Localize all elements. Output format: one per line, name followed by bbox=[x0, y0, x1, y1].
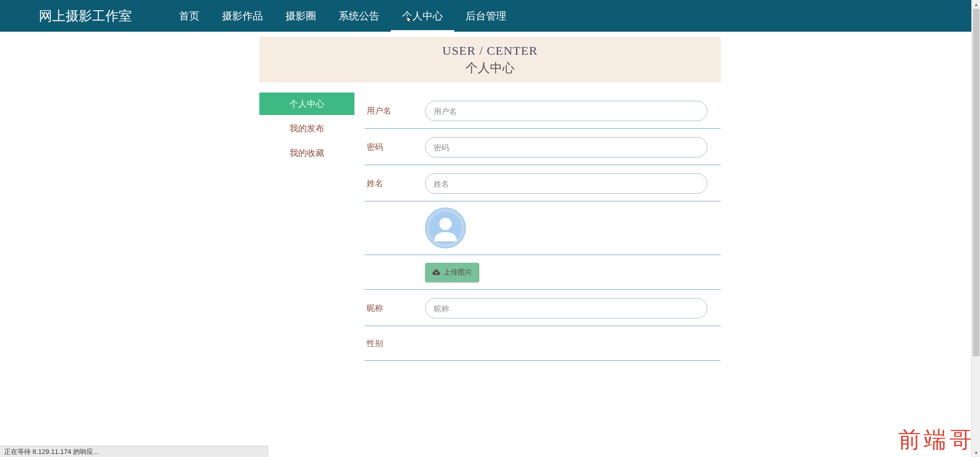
form-row-nickname: 昵称 bbox=[365, 290, 721, 326]
page-title-zh: 个人中心 bbox=[259, 60, 721, 76]
nav-label: 摄影作品 bbox=[222, 9, 263, 23]
scroll-down-button[interactable]: ▾ bbox=[972, 448, 980, 457]
sidebar-item-label: 我的发布 bbox=[289, 123, 324, 134]
form-row-username: 用户名 bbox=[365, 93, 721, 129]
realname-input[interactable] bbox=[425, 173, 707, 194]
watermark: 前端哥 bbox=[898, 425, 975, 455]
page-header: USER / CENTER 个人中心 bbox=[259, 37, 721, 82]
vertical-scrollbar[interactable]: ▴ ▾ bbox=[971, 0, 980, 457]
label-gender: 性别 bbox=[365, 338, 425, 349]
cloud-upload-icon bbox=[432, 269, 440, 276]
nav-label: 首页 bbox=[179, 9, 199, 23]
status-text: 正在等待 8.129.11.174 的响应... bbox=[4, 447, 99, 456]
form-row-password: 密码 bbox=[365, 129, 721, 165]
nav-label: 个人中心 bbox=[402, 9, 443, 23]
sidebar-item-label: 个人中心 bbox=[289, 98, 324, 110]
label-password: 密码 bbox=[365, 142, 425, 153]
top-navbar: 网上摄影工作室 首页 摄影作品 摄影圈 系统公告 个人中心 后台管理 bbox=[0, 0, 980, 32]
sidebar: 个人中心 我的发布 我的收藏 bbox=[259, 93, 354, 164]
nav-label: 后台管理 bbox=[465, 9, 506, 23]
svg-point-1 bbox=[439, 218, 452, 230]
password-input[interactable] bbox=[425, 137, 707, 157]
upload-image-button[interactable]: 上传图片 bbox=[425, 263, 479, 282]
label-realname: 姓名 bbox=[365, 178, 425, 189]
form-row-avatar bbox=[365, 201, 721, 255]
form-row-realname: 姓名 bbox=[365, 165, 721, 201]
form-area: 用户名 密码 姓名 bbox=[365, 93, 721, 361]
nav-label: 摄影圈 bbox=[285, 9, 316, 23]
label-nickname: 昵称 bbox=[365, 303, 425, 314]
sidebar-item-my-posts[interactable]: 我的发布 bbox=[259, 117, 354, 140]
nav-user-center[interactable]: 个人中心 bbox=[391, 0, 454, 32]
nav-admin[interactable]: 后台管理 bbox=[454, 0, 518, 32]
scroll-up-button[interactable]: ▴ bbox=[972, 0, 980, 9]
browser-status-bar: 正在等待 8.129.11.174 的响应... bbox=[0, 446, 268, 457]
site-brand: 网上摄影工作室 bbox=[39, 7, 132, 25]
nav-circle[interactable]: 摄影圈 bbox=[274, 0, 327, 32]
avatar-placeholder-icon bbox=[429, 212, 462, 244]
upload-button-label: 上传图片 bbox=[443, 268, 472, 277]
nav-announcement[interactable]: 系统公告 bbox=[327, 0, 391, 32]
username-input[interactable] bbox=[425, 101, 707, 121]
sidebar-item-label: 我的收藏 bbox=[289, 147, 324, 159]
nav-home[interactable]: 首页 bbox=[168, 0, 211, 32]
label-username: 用户名 bbox=[365, 106, 425, 117]
form-row-gender: 性别 bbox=[365, 326, 721, 361]
nav-items: 首页 摄影作品 摄影圈 系统公告 个人中心 后台管理 bbox=[168, 0, 518, 32]
page-title-en: USER / CENTER bbox=[259, 44, 721, 58]
content-area: 个人中心 我的发布 我的收藏 用户名 密码 姓名 bbox=[259, 93, 721, 361]
form-row-upload: 上传图片 bbox=[365, 255, 721, 290]
scroll-thumb[interactable] bbox=[973, 9, 979, 356]
nav-works[interactable]: 摄影作品 bbox=[211, 0, 274, 32]
sidebar-item-user-center[interactable]: 个人中心 bbox=[259, 93, 354, 115]
avatar[interactable] bbox=[425, 208, 466, 248]
nav-label: 系统公告 bbox=[339, 9, 380, 23]
sidebar-item-my-favorites[interactable]: 我的收藏 bbox=[259, 142, 354, 164]
nickname-input[interactable] bbox=[425, 298, 707, 318]
